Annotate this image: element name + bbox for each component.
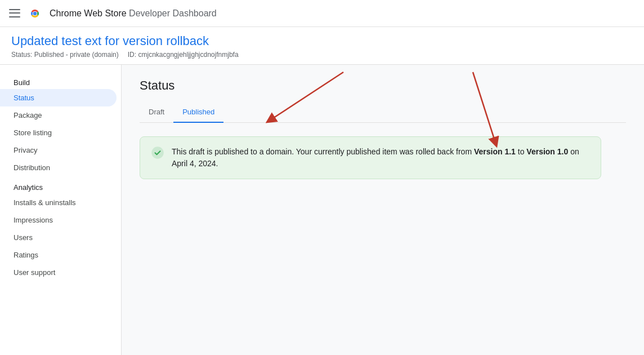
main-layout: Build Status Package Store listing Priva… — [0, 65, 644, 355]
sidebar-analytics-label: Analytics — [0, 176, 121, 194]
sidebar-item-impressions[interactable]: Impressions — [0, 211, 117, 229]
sidebar-build-label: Build — [0, 74, 121, 89]
content-title: Status — [140, 78, 626, 93]
tab-published[interactable]: Published — [173, 102, 223, 123]
status-info: Status: Published - private (domain) — [11, 51, 119, 59]
page-title: Updated test ext for version rollback — [11, 34, 633, 48]
sidebar-item-privacy[interactable]: Privacy — [0, 141, 117, 159]
sidebar-item-status[interactable]: Status — [0, 89, 117, 106]
svg-point-2 — [33, 11, 37, 15]
sidebar: Build Status Package Store listing Priva… — [0, 65, 122, 355]
status-version-to: Version 1.0 — [526, 147, 568, 156]
sidebar-item-distribution[interactable]: Distribution — [0, 159, 117, 176]
sidebar-item-ratings[interactable]: Ratings — [0, 246, 117, 264]
header-title: Chrome Web Store Developer Dashboard — [50, 8, 217, 19]
chrome-logo — [27, 6, 43, 21]
status-message-text: This draft is published to a domain. You… — [172, 146, 589, 170]
sidebar-item-user-support[interactable]: User support — [0, 264, 117, 281]
status-version-from: Version 1.1 — [474, 147, 516, 156]
top-bar: Chrome Web Store Developer Dashboard — [0, 0, 644, 27]
success-icon — [151, 147, 164, 159]
status-tabs: Draft Published — [140, 102, 626, 123]
tab-draft-label: Draft — [149, 108, 164, 116]
id-info: ID: cmjcnkacgngjehljjghjcdnojfnmjbfa — [128, 51, 239, 59]
page-meta: Status: Published - private (domain) ID:… — [11, 51, 633, 59]
sidebar-item-installs-uninstalls[interactable]: Installs & uninstalls — [0, 194, 117, 211]
sidebar-item-store-listing[interactable]: Store listing — [0, 124, 117, 141]
status-text-mid: to — [516, 147, 526, 156]
content-area: Status Draft Published This draft is pub… — [122, 65, 644, 355]
sidebar-item-ratings-label: Ratings — [14, 251, 38, 259]
sidebar-item-users[interactable]: Users — [0, 229, 117, 246]
page-header: Updated test ext for version rollback St… — [0, 27, 644, 65]
status-text-plain: This draft is published to a domain. You… — [172, 147, 474, 156]
tab-published-label: Published — [182, 108, 214, 116]
sidebar-item-package[interactable]: Package — [0, 106, 117, 124]
sidebar-item-impressions-label: Impressions — [14, 216, 53, 224]
menu-icon[interactable] — [9, 8, 20, 19]
sidebar-item-installs-label: Installs & uninstalls — [14, 198, 76, 207]
sidebar-item-status-label: Status — [14, 94, 34, 102]
sidebar-item-users-label: Users — [14, 233, 33, 242]
sidebar-item-user-support-label: User support — [14, 268, 55, 277]
sidebar-item-store-listing-label: Store listing — [14, 128, 52, 137]
status-message-box: This draft is published to a domain. You… — [140, 136, 601, 179]
svg-point-3 — [152, 147, 163, 158]
tab-draft[interactable]: Draft — [140, 102, 173, 123]
sidebar-item-privacy-label: Privacy — [14, 146, 38, 154]
sidebar-item-distribution-label: Distribution — [14, 163, 50, 172]
sidebar-item-package-label: Package — [14, 111, 42, 119]
